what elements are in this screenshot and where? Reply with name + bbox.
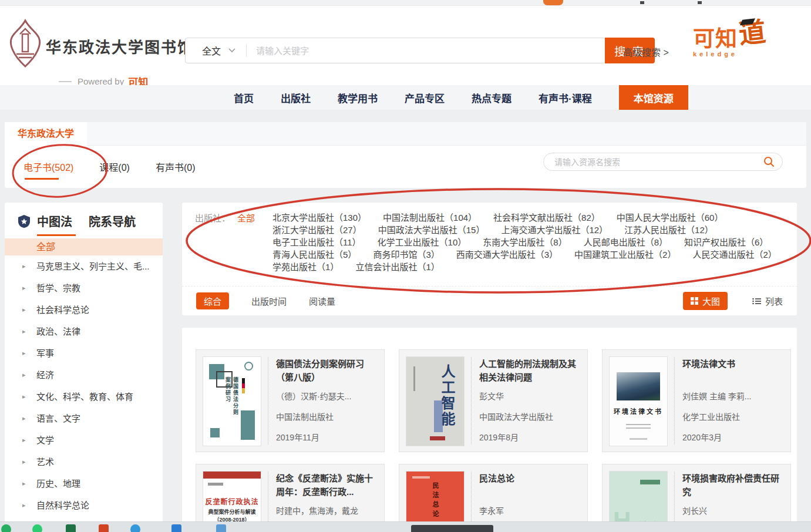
publisher-filter-1-0[interactable]: 浙江大学出版社（27）: [272, 225, 362, 235]
taskbar-icon-4[interactable]: [99, 524, 109, 532]
sidebar-item-4[interactable]: ▸军事: [5, 342, 163, 364]
publisher-filter-2-4[interactable]: 知识产权出版社（6）: [684, 237, 768, 247]
book-card-2[interactable]: 环境法律文书环境法律文书刘佳嫇 主编 李莉...化学工业出版社2020年3月: [602, 349, 791, 452]
book-cover-2: 环境法律文书: [610, 357, 667, 446]
main-search-input[interactable]: [256, 46, 605, 56]
sort-option-1[interactable]: 出版时间: [251, 295, 287, 307]
book-title: 环境损害政府补偿责任研究: [682, 472, 783, 499]
nav-item-0[interactable]: 首页: [234, 85, 254, 110]
publisher-filter-3-0[interactable]: 青海人民出版社（5）: [272, 250, 356, 260]
university-crest-logo: [8, 19, 42, 69]
publisher-filter-2-2[interactable]: 东南大学出版社（8）: [483, 237, 567, 247]
sidebar-item-9[interactable]: ▸艺术: [5, 451, 163, 473]
publisher-filter-3-2[interactable]: 西南交通大学出版社（3）: [456, 250, 558, 260]
sidebar-item-11[interactable]: ▸自然科学总论: [5, 494, 163, 516]
cover-decoration: [203, 472, 261, 479]
publisher-filter-3-3[interactable]: 中国建筑工业出版社（2）: [574, 250, 676, 260]
sidebar-item-5[interactable]: ▸经济: [5, 364, 163, 386]
publisher-filter-4-1[interactable]: 立信会计出版社（1）: [355, 262, 439, 272]
taskbar-icon-7[interactable]: [216, 524, 226, 532]
sidebar-item-2[interactable]: ▸社会科学总论: [5, 299, 163, 321]
publisher-filter-1-3[interactable]: 江苏人民出版社（12）: [624, 225, 714, 235]
cover-decoration: [640, 480, 660, 484]
sidebar-item-6[interactable]: ▸文化、科学、教育、体育: [5, 386, 163, 408]
chevron-right-icon: ▸: [22, 364, 26, 386]
dash-decoration: [59, 81, 72, 82]
taskbar-icon-6[interactable]: [171, 524, 181, 532]
sidebar-tab-classification[interactable]: 中图法: [37, 213, 72, 230]
chevron-right-icon: ▸: [22, 342, 26, 364]
cover-decoration: [630, 438, 647, 440]
publisher-filter-2-0[interactable]: 电子工业出版社（11）: [272, 237, 361, 247]
nav-item-3[interactable]: 产品专区: [405, 85, 445, 110]
nav-item-1[interactable]: 出版社: [281, 85, 311, 110]
resource-tab-2[interactable]: 有声书(0): [156, 146, 196, 180]
publisher-filter-0-2[interactable]: 社会科学文献出版社（82）: [493, 213, 600, 223]
book-author: 刘长兴: [682, 504, 783, 516]
main-search-bar: 全文 搜 索: [185, 38, 605, 63]
chevron-right-icon: ▸: [22, 299, 26, 321]
publisher-filter-2-3[interactable]: 人民邮电出版社（8）: [584, 237, 668, 247]
sidebar-item-1[interactable]: ▸哲学、宗教: [5, 277, 163, 299]
taskbar-icon-2[interactable]: [32, 524, 42, 532]
book-author: 李永军: [479, 504, 580, 516]
keledge-logo-sub: keledge: [693, 50, 781, 58]
org-tab[interactable]: 华东政法大学: [5, 122, 87, 146]
publisher-filter-0-1[interactable]: 中国法制出版社（104）: [383, 213, 477, 223]
cover-title-text: 人工智能: [440, 364, 455, 427]
cover-title-text: 反垄断行政执法: [203, 496, 261, 506]
cover-decoration: [412, 476, 430, 479]
sidebar-item-0[interactable]: ▸马克思主义、列宁主义、毛...: [5, 255, 163, 277]
sidebar-header: 中图法 院系导航: [5, 203, 163, 237]
advanced-search-link[interactable]: 高级搜索 >: [623, 45, 669, 59]
resource-tabs: 电子书(502)课程(0)有声书(0): [23, 146, 195, 180]
cover-decoration: [210, 428, 220, 437]
publisher-filter-3-4[interactable]: 人民交通出版社（2）: [692, 250, 776, 260]
search-icon[interactable]: [763, 156, 775, 167]
nav-item-5[interactable]: 有声书·课程: [539, 85, 592, 110]
taskbar-icon-3[interactable]: [66, 524, 76, 532]
taskbar-icon-5[interactable]: [130, 524, 140, 532]
sidebar-item-label: 哲学、宗教: [36, 283, 80, 293]
publisher-filter-1-1[interactable]: 中国政法大学出版社（15）: [378, 225, 485, 235]
nav-item-4[interactable]: 热点专题: [472, 85, 511, 110]
search-scope-dropdown[interactable]: 全文: [186, 43, 246, 58]
view-option-1[interactable]: 列表: [752, 295, 783, 307]
cover-title-text: 环境法律文书: [610, 406, 667, 416]
browser-extension-icon[interactable]: [543, 0, 563, 5]
cover-title-text: 德国债法分则 案例研习: [224, 377, 240, 416]
sort-option-0[interactable]: 综合: [196, 292, 229, 309]
sidebar-item-3[interactable]: ▸政治、法律: [5, 321, 163, 342]
resource-search-input[interactable]: [544, 157, 763, 167]
publisher-filter-all[interactable]: 全部: [237, 211, 255, 273]
search-scope-value: 全文: [202, 43, 221, 58]
taskbar-item-dark[interactable]: [411, 525, 493, 532]
chevron-right-icon: ▸: [22, 473, 26, 494]
sidebar-item-all[interactable]: 全部: [5, 238, 163, 255]
taskbar-icon-1[interactable]: [1, 524, 11, 532]
divider: [268, 357, 268, 445]
publisher-filter-4-0[interactable]: 学苑出版社（1）: [272, 262, 339, 272]
resource-tab-1[interactable]: 课程(0): [99, 146, 130, 180]
sort-option-2[interactable]: 阅读量: [309, 295, 335, 307]
publisher-filter-0-0[interactable]: 北京大学出版社（130）: [272, 213, 366, 223]
sidebar-item-8[interactable]: ▸文学: [5, 429, 163, 451]
book-card-0[interactable]: 德国债法分则 案例研习德国债法分则案例研习（第八版）（德）汉斯·约瑟夫...中国…: [196, 349, 385, 452]
publisher-filter-3-1[interactable]: 商务印书馆（3）: [373, 250, 439, 260]
browser-top-strip: [0, 0, 811, 6]
view-option-0[interactable]: 大图: [683, 292, 728, 310]
publisher-filter-2-1[interactable]: 化学工业出版社（10）: [378, 237, 467, 247]
sidebar-tab-departments[interactable]: 院系导航: [89, 213, 136, 230]
book-info: 人工智能的刑法规制及其相关法律问题彭文华中国政法大学出版社2019年8月: [479, 357, 580, 445]
chevron-down-icon: [228, 48, 235, 53]
sidebar-item-10[interactable]: ▸历史、地理: [5, 473, 163, 494]
sidebar-item-label: 自然科学总论: [36, 500, 89, 510]
publisher-filter-0-3[interactable]: 中国人民大学出版社（60）: [617, 213, 723, 223]
resource-tab-0[interactable]: 电子书(502): [23, 146, 73, 180]
sidebar-item-7[interactable]: ▸语言、文字: [5, 408, 163, 429]
nav-item-2[interactable]: 教学用书: [338, 85, 378, 110]
book-card-1[interactable]: 人工智能人工智能的刑法规制及其相关法律问题彭文华中国政法大学出版社2019年8月: [399, 349, 588, 452]
nav-item-6[interactable]: 本馆资源: [619, 85, 688, 110]
chevron-right-icon: ▸: [22, 386, 26, 408]
publisher-filter-1-2[interactable]: 上海交通大学出版社（12）: [501, 225, 608, 235]
